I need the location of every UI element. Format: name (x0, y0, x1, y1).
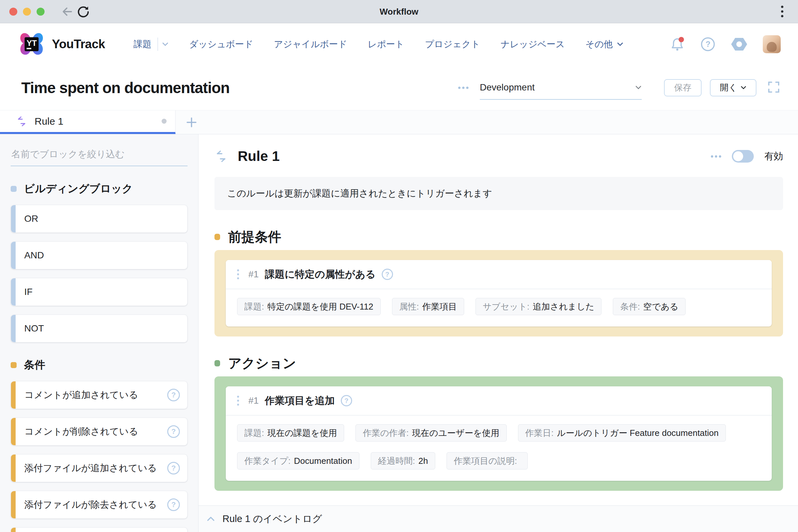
nav-knowledge-base[interactable]: ナレッジベース (501, 38, 565, 50)
rule-title: Rule 1 (238, 148, 280, 164)
nav-agile-boards[interactable]: アジャイルボード (274, 38, 347, 50)
card-body: 課題: 現在の課題を使用 作業の作者: 現在のユーザーを使用 作業日: ルールの… (226, 416, 772, 481)
svg-text:YT: YT (26, 39, 37, 48)
block-accent-bar (11, 315, 16, 342)
block-accent-bar (11, 381, 16, 408)
browser-menu-button[interactable] (775, 6, 789, 17)
notifications-button[interactable] (670, 37, 685, 52)
param-chip-work-description[interactable]: 作業項目の説明: (446, 452, 528, 470)
svg-text:?: ? (706, 40, 710, 49)
workspace: ビルディングブロック OR AND IF NOT 条件 コメントが追加されている… (0, 134, 798, 532)
event-log-toggle[interactable]: Rule 1 のイベントログ (207, 512, 322, 526)
condition-block[interactable]: 添付ファイルが追加されている ? (11, 454, 188, 482)
tab-label: Rule 1 (35, 116, 63, 127)
param-chip-condition[interactable]: 条件: 空である (613, 298, 686, 315)
building-block-if[interactable]: IF (11, 278, 188, 306)
youtrack-home-link[interactable]: YT YouTrack (19, 31, 105, 57)
main-nav: 課題 ダッシュボード アジャイルボード レポート プロジェクト ナレッジベース … (134, 38, 624, 51)
param-chip-issue[interactable]: 課題: 現在の課題を使用 (237, 424, 344, 441)
drag-handle[interactable] (237, 269, 239, 279)
rule-tabs: Rule 1 (0, 110, 798, 134)
ellipsis-icon (458, 87, 460, 89)
chevron-down-icon (617, 42, 624, 46)
minimize-window-button[interactable] (23, 8, 31, 16)
nav-divider (158, 38, 158, 51)
help-icon[interactable]: ? (167, 425, 180, 438)
rule-editor-content: Rule 1 有効 このルールは更新が課題に適用されたときにトリガーされます 前… (198, 134, 798, 491)
toggle-knob (733, 151, 743, 161)
browser-chrome: Workflow (0, 0, 798, 23)
building-block-not[interactable]: NOT (11, 315, 188, 342)
plus-icon (186, 116, 197, 128)
help-icon[interactable]: ? (382, 269, 393, 280)
bell-icon (670, 37, 685, 52)
help-icon[interactable]: ? (167, 498, 180, 511)
tab-rule-1[interactable]: Rule 1 (0, 110, 175, 134)
condition-block[interactable]: 課題リンクが追加されている ? (11, 527, 188, 532)
save-button[interactable]: 保存 (664, 79, 702, 96)
param-chip-work-author[interactable]: 作業の作者: 現在のユーザーを使用 (356, 424, 507, 441)
card-header: #1 課題に特定の属性がある ? (226, 260, 772, 289)
param-chip-issue[interactable]: 課題: 特定の課題を使用 DEV-112 (237, 298, 381, 315)
block-accent-bar (11, 455, 16, 482)
workflow-toolbar: Time spent on documentation Development … (0, 65, 798, 110)
param-chip-work-type[interactable]: 作業タイプ: Documentation (237, 452, 359, 470)
block-accent-bar (11, 278, 16, 306)
building-block-and[interactable]: AND (11, 241, 188, 269)
reload-icon (76, 5, 90, 18)
chevron-down-icon (162, 42, 169, 46)
project-select[interactable]: Development (480, 76, 642, 100)
open-button[interactable]: 開く (710, 79, 757, 96)
param-chip-attribute[interactable]: 属性: 作業項目 (392, 298, 464, 315)
nav-issues[interactable]: 課題 (134, 38, 169, 51)
block-filter-input[interactable] (11, 149, 188, 166)
avatar-image (763, 35, 781, 53)
enabled-label: 有効 (764, 150, 783, 163)
rule-header: Rule 1 有効 (214, 147, 783, 166)
section-bullet (11, 362, 17, 368)
tab-modified-dot (162, 119, 167, 124)
condition-block[interactable]: コメントが追加されている ? (11, 381, 188, 409)
param-chip-spent-time[interactable]: 経過時間: 2h (371, 452, 435, 470)
help-icon[interactable]: ? (167, 389, 180, 401)
actions-group: #1 作業項目を追加 ? 課題: 現在の課題を使用 作業の作者: (214, 376, 783, 491)
condition-block[interactable]: 添付ファイルが除去されている ? (11, 491, 188, 519)
rule-more-button[interactable] (711, 155, 721, 158)
block-accent-bar (11, 418, 16, 445)
block-accent-bar (11, 242, 16, 269)
prerequisites-group: #1 課題に特定の属性がある ? 課題: 特定の課題を使用 DEV-112 属性… (214, 250, 783, 337)
condition-block[interactable]: コメントが削除されている ? (11, 418, 188, 445)
block-accent-bar (11, 205, 16, 232)
nav-dashboards[interactable]: ダッシュボード (189, 38, 253, 50)
card-index: #1 (248, 395, 259, 406)
chevron-up-icon (207, 516, 215, 522)
param-chip-subset[interactable]: サブセット: 追加されました (475, 298, 602, 315)
reload-button[interactable] (75, 4, 91, 20)
param-chip-work-date[interactable]: 作業日: ルールのトリガー Feature documentation (518, 424, 726, 441)
workflow-more-button[interactable] (458, 87, 469, 89)
trigger-note: このルールは更新が課題に適用されたときにトリガーされます (214, 177, 783, 210)
chevron-down-icon (635, 85, 642, 90)
user-avatar[interactable] (763, 35, 781, 53)
fullscreen-button[interactable] (767, 81, 780, 95)
settings-button[interactable] (731, 37, 747, 52)
drag-handle[interactable] (237, 396, 239, 406)
app-header: YT YouTrack 課題 ダッシュボード アジャイルボード レポート プロジ… (0, 23, 798, 65)
help-icon[interactable]: ? (167, 462, 180, 474)
building-block-or[interactable]: OR (11, 205, 188, 233)
conditions-header: 条件 (11, 358, 188, 373)
rule-enabled-toggle[interactable] (732, 150, 754, 163)
chevron-down-icon (740, 86, 746, 90)
help-icon[interactable]: ? (341, 395, 352, 406)
back-button[interactable] (59, 4, 75, 20)
help-button[interactable]: ? (700, 37, 716, 52)
close-window-button[interactable] (9, 8, 17, 16)
maximize-window-button[interactable] (37, 8, 44, 16)
add-rule-tab-button[interactable] (175, 110, 208, 134)
nav-reports[interactable]: レポート (368, 38, 404, 50)
project-select-value: Development (480, 82, 535, 93)
nav-more[interactable]: その他 (586, 38, 624, 50)
block-accent-bar (11, 528, 16, 532)
nav-projects[interactable]: プロジェクト (425, 38, 480, 50)
kebab-icon (781, 6, 783, 8)
